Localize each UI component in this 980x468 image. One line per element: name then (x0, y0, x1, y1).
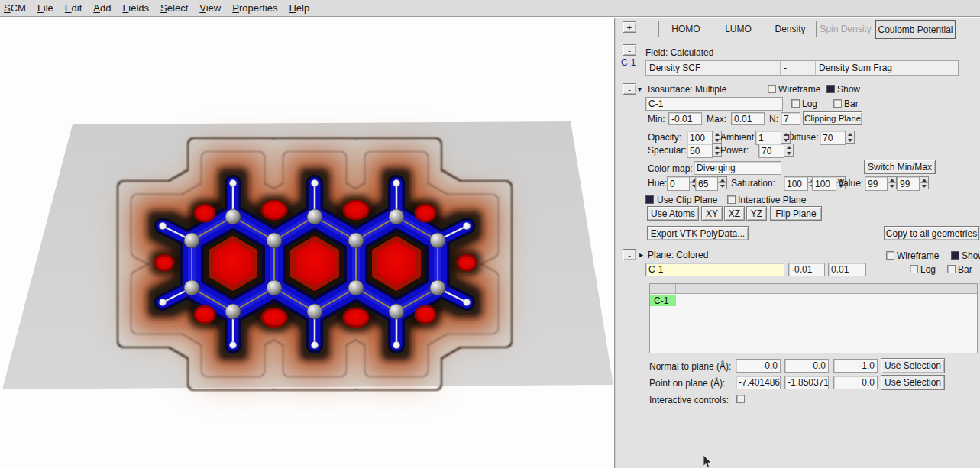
diffuse-value[interactable]: 70 (820, 131, 846, 145)
spin-up-icon[interactable] (718, 177, 726, 183)
interactive-controls-checkbox[interactable] (736, 395, 745, 403)
spin-down-icon[interactable] (846, 137, 854, 143)
xz-button[interactable]: XZ (724, 206, 745, 221)
use-clip-plane-checkbox[interactable] (645, 195, 654, 204)
list-item-c1[interactable]: C-1 (650, 295, 676, 306)
menu-item-file[interactable]: File (37, 2, 53, 14)
tab-density[interactable]: Density (765, 21, 817, 37)
specular-value[interactable]: 50 (687, 144, 713, 158)
field-operator[interactable]: - (781, 61, 816, 75)
field-left-select[interactable]: Density SCF (646, 61, 781, 75)
diffuse-spin-arrows[interactable] (846, 131, 855, 144)
ambient-spinner[interactable]: 1 (755, 131, 791, 144)
menu-item-select[interactable]: Select (160, 2, 188, 14)
yz-button[interactable]: YZ (746, 206, 767, 221)
plane-bar-checkbox[interactable] (947, 265, 956, 273)
saturation-max-value[interactable]: 100 (812, 176, 836, 191)
export-vtk-button[interactable]: Export VTK PolyData... (647, 226, 749, 240)
hue-min-value[interactable]: 0 (667, 176, 690, 191)
value-max-value[interactable]: 99 (897, 176, 920, 191)
plane-log-checkbox[interactable] (910, 265, 918, 273)
isosurface-bar-checkbox[interactable] (833, 99, 842, 108)
spin-down-icon[interactable] (718, 183, 726, 189)
normal-x-field[interactable]: -0.0 (736, 359, 781, 373)
power-spin-arrows[interactable] (784, 144, 794, 157)
opacity-spinner[interactable]: 100 (687, 131, 722, 144)
power-spinner[interactable]: 70 (758, 144, 794, 157)
min-label: Min: (648, 113, 665, 124)
plane-name-field[interactable]: C-1 (645, 263, 784, 276)
coulomb-potential-plane-render[interactable] (0, 18, 614, 468)
collapse-geometry-button[interactable]: - (623, 44, 636, 56)
colormap-select[interactable]: Diverging (694, 161, 781, 175)
spin-down-icon[interactable] (784, 150, 793, 156)
collapse-isosurface-button[interactable]: - (623, 83, 636, 95)
hue-max-spinner[interactable]: 65 (695, 176, 727, 189)
saturation-min-value[interactable]: 100 (784, 176, 808, 191)
menu-item-edit[interactable]: Edit (65, 2, 82, 14)
molecule-viewport[interactable] (0, 18, 614, 468)
plane-log-label: Log (920, 263, 936, 275)
use-atoms-button[interactable]: Use Atoms (647, 206, 699, 221)
normal-z-field[interactable]: -1.0 (833, 359, 878, 373)
spin-up-icon[interactable] (784, 144, 793, 150)
specular-label: Specular: (648, 144, 687, 156)
tab-lumo[interactable]: LUMO (712, 21, 765, 37)
plane-expand-icon[interactable]: ▸ (639, 249, 643, 260)
spin-up-icon[interactable] (846, 131, 854, 137)
interactive-plane-checkbox[interactable] (727, 195, 736, 204)
isosurface-log-checkbox[interactable] (791, 99, 800, 108)
interactive-controls-label: Interactive controls: (649, 394, 729, 405)
point-x-field[interactable]: -7.401486 (736, 376, 781, 389)
menu-item-fields[interactable]: Fields (122, 2, 149, 14)
max-field[interactable]: 0.01 (731, 112, 765, 125)
plane-field-list[interactable]: C-1 (649, 283, 978, 353)
tab-homo[interactable]: HOMO (658, 21, 713, 37)
field-right-select[interactable]: Density Sum Frag (816, 61, 895, 75)
spin-down-icon[interactable] (888, 183, 896, 189)
point-z-field[interactable]: 0.0 (833, 376, 878, 389)
normal-use-selection-button[interactable]: Use Selection (881, 358, 945, 373)
menu-item-add[interactable]: Add (93, 2, 111, 14)
collapse-plane-button[interactable]: - (623, 249, 636, 260)
plane-wireframe-checkbox[interactable] (886, 251, 894, 260)
spin-up-icon[interactable] (920, 177, 928, 183)
value-spin-arrows[interactable] (888, 176, 897, 189)
menu-item-help[interactable]: Help (289, 2, 309, 14)
power-value[interactable]: 70 (758, 144, 784, 158)
value-max-spinner[interactable]: 99 (897, 176, 929, 189)
menu-item-properties[interactable]: Properties (232, 2, 277, 14)
diffuse-spinner[interactable]: 70 (820, 131, 855, 144)
n-field[interactable]: 7 (781, 112, 800, 125)
tab-coulomb-potential[interactable]: Coulomb Potential (875, 20, 956, 39)
plane-max-field[interactable]: 0.01 (828, 263, 866, 276)
isosurface-name-field[interactable]: C-1 (645, 97, 783, 111)
spin-up-icon[interactable] (888, 177, 896, 183)
value-min-spinner[interactable]: 99 (865, 176, 897, 189)
point-y-field[interactable]: -1.850371 (784, 376, 829, 389)
min-field[interactable]: -0.01 (668, 112, 702, 125)
specular-spinner[interactable]: 50 (687, 144, 722, 157)
expand-all-button[interactable]: + (623, 21, 636, 33)
hue-spin-arrows[interactable] (718, 176, 727, 189)
point-use-selection-button[interactable]: Use Selection (881, 375, 945, 390)
clipping-plane-button[interactable]: Clipping Plane (803, 111, 862, 125)
value-min-value[interactable]: 99 (865, 176, 888, 191)
switch-minmax-button[interactable]: Switch Min/Max (864, 160, 936, 174)
value-spin-arrows[interactable] (920, 176, 929, 189)
plane-show-checkbox[interactable] (951, 251, 959, 260)
xy-button[interactable]: XY (701, 206, 723, 221)
isosurface-title: Isosurface: Multiple (648, 83, 726, 95)
isosurface-expand-icon[interactable]: ▾ (638, 83, 642, 95)
spin-down-icon[interactable] (920, 183, 928, 189)
normal-y-field[interactable]: 0.0 (784, 359, 829, 373)
hue-max-value[interactable]: 65 (695, 176, 718, 191)
flip-plane-button[interactable]: Flip Plane (770, 206, 822, 221)
hue-min-spinner[interactable]: 0 (667, 176, 699, 189)
isosurface-wireframe-checkbox[interactable] (768, 85, 776, 93)
plane-min-field[interactable]: -0.01 (788, 263, 825, 276)
isosurface-show-checkbox[interactable] (826, 85, 835, 93)
menu-item-scm[interactable]: SCM (4, 2, 26, 14)
copy-to-all-geometries-button[interactable]: Copy to all geometries (884, 226, 979, 240)
menu-item-view[interactable]: View (199, 2, 221, 14)
